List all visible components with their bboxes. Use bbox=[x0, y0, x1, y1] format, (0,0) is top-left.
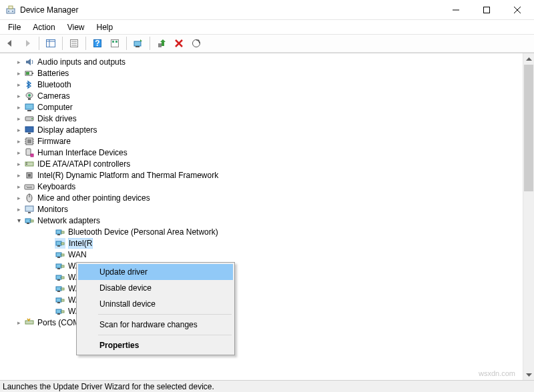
context-update-driver[interactable]: Update driver bbox=[78, 264, 233, 280]
expand-toggle[interactable] bbox=[15, 183, 23, 191]
tree-item[interactable]: Mice and other pointing devices bbox=[4, 192, 523, 203]
tree-item[interactable]: Keyboards bbox=[4, 181, 523, 192]
svg-text:?: ? bbox=[95, 39, 99, 48]
expand-toggle[interactable] bbox=[15, 319, 23, 327]
tree-item[interactable]: Batteries bbox=[4, 67, 523, 79]
forward-button[interactable] bbox=[20, 36, 35, 51]
svg-rect-5 bbox=[484, 7, 490, 13]
tree-item[interactable]: Disk drives bbox=[4, 113, 523, 124]
svg-rect-36 bbox=[25, 127, 33, 132]
expand-toggle[interactable] bbox=[15, 103, 23, 111]
tree-item[interactable]: Intel(R bbox=[4, 237, 523, 249]
ide-icon bbox=[24, 159, 35, 169]
scroll-thumb[interactable] bbox=[524, 65, 533, 191]
svg-rect-39 bbox=[27, 139, 31, 143]
menu-help[interactable]: Help bbox=[91, 21, 119, 33]
context-properties[interactable]: Properties bbox=[78, 337, 233, 353]
expand-placeholder bbox=[45, 251, 53, 259]
hid-icon bbox=[24, 147, 35, 158]
svg-rect-33 bbox=[27, 110, 31, 111]
context-scan-hardware[interactable]: Scan for hardware changes bbox=[78, 317, 233, 333]
svg-point-3 bbox=[12, 11, 13, 12]
net-icon bbox=[55, 261, 65, 271]
tree-item[interactable]: Bluetooth bbox=[4, 79, 523, 90]
app-icon bbox=[5, 5, 16, 15]
expand-toggle[interactable] bbox=[15, 137, 23, 145]
tree-item[interactable]: Network adapters bbox=[4, 215, 523, 226]
close-button[interactable] bbox=[502, 0, 533, 20]
context-disable-device[interactable]: Disable device bbox=[78, 280, 233, 296]
device-tree[interactable]: Audio inputs and outputsBatteriesBluetoo… bbox=[0, 53, 523, 380]
show-hide-tree-button[interactable] bbox=[43, 36, 58, 51]
svg-rect-19 bbox=[115, 41, 117, 43]
tree-item[interactable]: IDE ATA/ATAPI controllers bbox=[4, 158, 523, 169]
svg-rect-58 bbox=[31, 186, 32, 187]
svg-rect-56 bbox=[29, 186, 29, 187]
update-driver-button[interactable] bbox=[131, 36, 146, 51]
context-uninstall-device[interactable]: Uninstall device bbox=[78, 296, 233, 312]
menu-bar: File Action View Help bbox=[0, 20, 534, 34]
expand-toggle[interactable] bbox=[15, 69, 23, 77]
svg-rect-54 bbox=[26, 186, 27, 187]
expand-toggle[interactable] bbox=[15, 92, 23, 100]
help-button[interactable]: ? bbox=[90, 36, 105, 51]
svg-rect-85 bbox=[57, 279, 60, 281]
scroll-up-button[interactable] bbox=[523, 53, 534, 65]
tree-item[interactable]: Computer bbox=[4, 101, 523, 113]
svg-rect-1 bbox=[9, 6, 13, 9]
tree-item[interactable]: Monitors bbox=[4, 203, 523, 215]
net-icon bbox=[55, 227, 65, 237]
expand-toggle[interactable] bbox=[15, 160, 23, 168]
expand-placeholder bbox=[45, 262, 53, 270]
expand-placeholder bbox=[45, 285, 53, 293]
expand-toggle[interactable] bbox=[15, 115, 23, 123]
tree-item-label: Keyboards bbox=[37, 182, 75, 191]
firmware-icon bbox=[24, 136, 35, 147]
maximize-button[interactable] bbox=[471, 0, 502, 20]
expand-toggle[interactable] bbox=[15, 171, 23, 179]
menu-action[interactable]: Action bbox=[27, 21, 60, 33]
vertical-scrollbar[interactable] bbox=[523, 53, 534, 380]
tree-item[interactable]: Bluetooth Device (Personal Area Network) bbox=[4, 226, 523, 237]
properties-button[interactable] bbox=[67, 36, 81, 51]
ports-icon bbox=[24, 317, 35, 328]
expand-toggle[interactable] bbox=[15, 58, 23, 66]
svg-rect-63 bbox=[28, 212, 31, 213]
tree-item-label: IDE ATA/ATAPI controllers bbox=[37, 159, 130, 169]
uninstall-button[interactable] bbox=[172, 36, 186, 51]
svg-rect-21 bbox=[136, 46, 140, 47]
expand-toggle[interactable] bbox=[15, 126, 23, 134]
expand-toggle[interactable] bbox=[15, 149, 23, 157]
expand-toggle[interactable] bbox=[15, 205, 23, 213]
svg-rect-97 bbox=[57, 313, 60, 315]
back-button[interactable] bbox=[3, 36, 17, 51]
svg-rect-52 bbox=[28, 174, 31, 177]
menu-file[interactable]: File bbox=[3, 21, 26, 33]
expand-placeholder bbox=[45, 228, 53, 236]
scan-button[interactable] bbox=[189, 36, 204, 51]
tree-item[interactable]: Firmware bbox=[4, 135, 523, 147]
tree-pane: Audio inputs and outputsBatteriesBluetoo… bbox=[0, 53, 534, 380]
tree-item[interactable]: Audio inputs and outputs bbox=[4, 56, 523, 67]
monitor-icon bbox=[24, 204, 35, 215]
svg-rect-70 bbox=[61, 231, 64, 233]
svg-point-30 bbox=[28, 94, 31, 97]
expand-toggle[interactable] bbox=[15, 81, 23, 89]
audio-icon bbox=[24, 57, 35, 67]
tree-item-label: Computer bbox=[37, 103, 73, 112]
display-icon bbox=[24, 125, 35, 135]
menu-view[interactable]: View bbox=[62, 21, 90, 33]
tree-item[interactable]: WAN bbox=[4, 249, 523, 260]
scroll-down-button[interactable] bbox=[523, 369, 534, 380]
action-button[interactable] bbox=[107, 36, 122, 51]
svg-rect-49 bbox=[26, 163, 27, 163]
svg-rect-81 bbox=[57, 268, 60, 269]
expand-toggle[interactable] bbox=[15, 217, 23, 225]
tree-item[interactable]: Display adapters bbox=[4, 124, 523, 135]
tree-item[interactable]: Human Interface Devices bbox=[4, 147, 523, 158]
tree-item[interactable]: Intel(R) Dynamic Platform and Thermal Fr… bbox=[4, 169, 523, 181]
minimize-button[interactable] bbox=[441, 0, 471, 20]
tree-item[interactable]: Cameras bbox=[4, 90, 523, 101]
expand-toggle[interactable] bbox=[15, 194, 23, 202]
enable-button[interactable] bbox=[154, 36, 169, 51]
